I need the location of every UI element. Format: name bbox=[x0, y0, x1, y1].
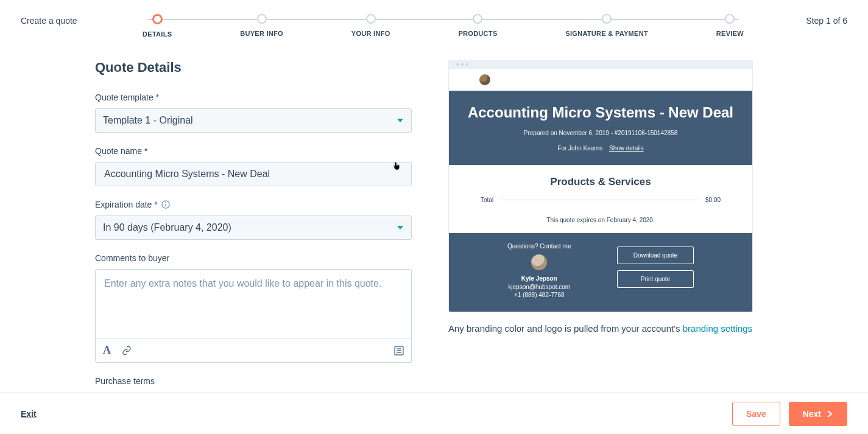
svg-rect-1 bbox=[165, 204, 166, 206]
company-avatar-icon bbox=[479, 74, 490, 85]
step-indicator: Step 1 of 6 bbox=[768, 16, 847, 26]
step-label: DETAILS bbox=[143, 30, 172, 38]
branding-note-text: Any branding color and logo is pulled fr… bbox=[448, 323, 683, 334]
footer-actions: Save Next bbox=[732, 402, 847, 426]
total-row: Total $0.00 bbox=[481, 197, 721, 203]
main-content: Quote Details Quote template * Template … bbox=[0, 41, 868, 393]
preview-title: Accounting Micro Systems - New Deal bbox=[461, 104, 740, 121]
contact-email: kjepson@hubspot.com bbox=[507, 284, 571, 290]
total-label: Total bbox=[481, 197, 493, 203]
comments-label: Comments to buyer bbox=[95, 253, 412, 263]
step-review[interactable]: REVIEW bbox=[716, 14, 744, 37]
expire-text: This quote expires on February 4, 2020. bbox=[481, 217, 721, 223]
step-dot-icon bbox=[366, 14, 376, 24]
quote-template-value: Template 1 - Original bbox=[103, 115, 193, 126]
step-buyer-info[interactable]: BUYER INFO bbox=[240, 14, 283, 37]
info-icon[interactable] bbox=[161, 200, 170, 209]
comments-textarea-wrap bbox=[96, 270, 411, 338]
comments-editor: A bbox=[95, 269, 412, 363]
quote-name-input-wrap bbox=[95, 162, 412, 186]
preview-titlebar bbox=[449, 60, 752, 69]
window-dot-icon bbox=[461, 63, 464, 66]
top-bar: Create a quote DETAILS BUYER INFO YOUR I… bbox=[0, 0, 868, 41]
expiration-date-label: Expiration date * bbox=[95, 200, 412, 209]
window-dot-icon bbox=[456, 63, 459, 66]
field-quote-name: Quote name * bbox=[95, 146, 412, 186]
quote-template-select[interactable]: Template 1 - Original bbox=[95, 108, 412, 133]
expiration-date-label-text: Expiration date * bbox=[95, 200, 158, 209]
save-button[interactable]: Save bbox=[732, 402, 780, 426]
field-quote-template: Quote template * Template 1 - Original bbox=[95, 93, 412, 133]
preview-for-line: For John Kearns Show details bbox=[461, 145, 740, 152]
form-column: Quote Details Quote template * Template … bbox=[95, 60, 412, 393]
comments-textarea[interactable] bbox=[103, 277, 404, 328]
field-purchase-terms: Purchase terms bbox=[95, 376, 412, 386]
total-value: $0.00 bbox=[705, 197, 721, 203]
preview-prepared-line: Prepared on November 6, 2019 - #20191106… bbox=[461, 130, 740, 136]
step-details[interactable]: DETAILS bbox=[143, 14, 172, 38]
save-button-label: Save bbox=[746, 409, 766, 419]
step-label: SIGNATURE & PAYMENT bbox=[565, 30, 648, 37]
quote-name-label: Quote name * bbox=[95, 146, 412, 156]
next-button[interactable]: Next bbox=[789, 402, 847, 426]
contact-name: Kyle Jepson bbox=[507, 275, 571, 282]
contact-phone: +1 (888) 482-7768 bbox=[507, 292, 571, 298]
expiration-date-value: In 90 days (February 4, 2020) bbox=[103, 222, 231, 233]
exit-link[interactable]: Exit bbox=[21, 409, 37, 419]
step-signature-payment[interactable]: SIGNATURE & PAYMENT bbox=[565, 14, 648, 37]
caret-down-icon bbox=[397, 224, 404, 231]
step-dot-icon bbox=[725, 14, 735, 24]
stepper: DETAILS BUYER INFO YOUR INFO PRODUCTS SI… bbox=[143, 4, 744, 38]
svg-point-2 bbox=[165, 202, 166, 203]
step-label: BUYER INFO bbox=[240, 30, 283, 37]
window-dot-icon bbox=[466, 63, 468, 66]
step-dot-icon bbox=[473, 14, 482, 24]
download-quote-button[interactable]: Download quote bbox=[617, 247, 694, 264]
quote-preview: Accounting Micro Systems - New Deal Prep… bbox=[448, 60, 753, 312]
quote-template-label: Quote template * bbox=[95, 93, 412, 102]
preview-body: Products & Services Total $0.00 This quo… bbox=[449, 165, 752, 233]
chevron-right-icon bbox=[826, 410, 833, 418]
print-quote-button[interactable]: Print quote bbox=[617, 270, 694, 288]
stepper-connectors bbox=[143, 19, 744, 20]
contact-heading: Questions? Contact me bbox=[507, 243, 571, 250]
field-comments: Comments to buyer A bbox=[95, 253, 412, 363]
preview-footer: Questions? Contact me Kyle Jepson kjepso… bbox=[449, 233, 752, 312]
preview-hero: Accounting Micro Systems - New Deal Prep… bbox=[449, 91, 752, 165]
step-label: YOUR INFO bbox=[351, 30, 390, 37]
comments-toolbar: A bbox=[96, 338, 411, 362]
expiration-date-select[interactable]: In 90 days (February 4, 2020) bbox=[95, 215, 412, 240]
step-dot-icon bbox=[152, 14, 163, 24]
section-title: Quote Details bbox=[95, 60, 412, 75]
link-icon[interactable] bbox=[122, 346, 132, 355]
caret-down-icon bbox=[397, 117, 404, 124]
contact-block: Questions? Contact me Kyle Jepson kjepso… bbox=[507, 243, 571, 299]
step-your-info[interactable]: YOUR INFO bbox=[351, 14, 390, 37]
step-label: PRODUCTS bbox=[458, 30, 497, 37]
quote-name-input[interactable] bbox=[103, 168, 404, 180]
show-details-link[interactable]: Show details bbox=[609, 145, 644, 152]
font-style-icon[interactable]: A bbox=[103, 344, 111, 357]
purchase-terms-label: Purchase terms bbox=[95, 376, 412, 386]
list-icon[interactable] bbox=[394, 346, 404, 355]
preview-buttons: Download quote Print quote bbox=[617, 243, 694, 288]
footer-bar: Exit Save Next bbox=[0, 393, 868, 434]
products-heading: Products & Services bbox=[481, 176, 721, 188]
page-title: Create a quote bbox=[21, 16, 118, 26]
contact-avatar-icon bbox=[531, 254, 547, 270]
step-dot-icon bbox=[602, 14, 612, 24]
step-label: REVIEW bbox=[716, 30, 744, 37]
branding-note: Any branding color and logo is pulled fr… bbox=[448, 323, 773, 334]
next-button-label: Next bbox=[803, 409, 821, 419]
field-expiration-date: Expiration date * In 90 days (February 4… bbox=[95, 200, 412, 240]
branding-settings-link[interactable]: branding settings bbox=[683, 323, 752, 334]
preview-for-text: For John Kearns bbox=[557, 145, 602, 152]
step-dot-icon bbox=[257, 14, 267, 24]
step-products[interactable]: PRODUCTS bbox=[458, 14, 497, 37]
preview-header-strip bbox=[449, 69, 752, 91]
divider-line bbox=[499, 200, 699, 200]
preview-column: Accounting Micro Systems - New Deal Prep… bbox=[448, 60, 773, 393]
